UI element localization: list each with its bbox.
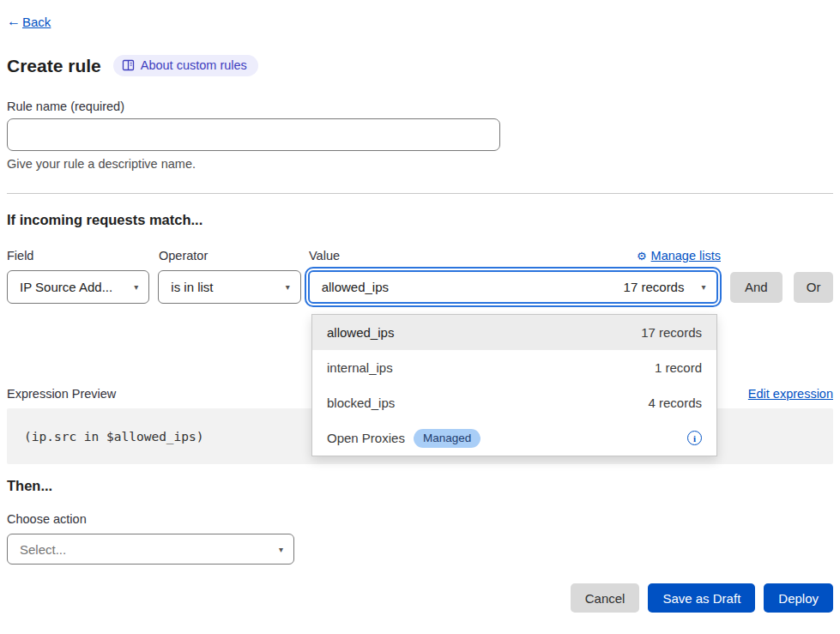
back-arrow-icon: ← (7, 14, 21, 29)
condition-row: IP Source Add... ▾ is in list ▾ allowed_… (7, 270, 833, 304)
then-heading: Then... (7, 478, 833, 494)
page-title: Create rule (7, 56, 101, 76)
edit-expression-label: Edit expression (748, 387, 833, 401)
gear-icon: ⚙ (637, 250, 647, 263)
option-name: blocked_ips (327, 395, 395, 410)
field-select[interactable]: IP Source Add... ▾ (7, 270, 149, 304)
edit-expression-link[interactable]: Edit expression (748, 387, 833, 401)
dropdown-option-blocked-ips[interactable]: blocked_ips 4 records (312, 385, 716, 420)
field-select-value: IP Source Add... (20, 280, 112, 294)
operator-label: Operator (159, 249, 309, 263)
match-heading: If incoming requests match... (7, 212, 833, 228)
dropdown-option-allowed-ips[interactable]: allowed_ips 17 records (312, 315, 716, 350)
back-link[interactable]: ←Back (7, 14, 51, 29)
choose-action-label: Choose action (7, 512, 833, 526)
value-label: Value (309, 249, 340, 263)
manage-lists-label: Manage lists (651, 249, 721, 263)
create-rule-page: ←Back Create rule About custom rules Rul… (0, 0, 840, 634)
back-link-label: Back (22, 15, 51, 29)
chevron-down-icon: ▾ (134, 282, 138, 292)
value-select[interactable]: allowed_ips 17 records ▾ (308, 270, 718, 304)
rule-name-helper: Give your rule a descriptive name. (7, 157, 833, 171)
value-dropdown-panel: allowed_ips 17 records internal_ips 1 re… (311, 314, 717, 456)
about-badge-label: About custom rules (141, 58, 247, 72)
condition-labels-row: Field Operator Value ⚙ Manage lists (7, 249, 833, 263)
action-select[interactable]: Select... ▾ (7, 534, 294, 565)
chevron-down-icon: ▾ (279, 545, 283, 554)
dropdown-option-internal-ips[interactable]: internal_ips 1 record (312, 350, 716, 385)
option-name: allowed_ips (327, 325, 394, 340)
option-records-count: 4 records (648, 395, 702, 410)
book-icon (122, 59, 135, 71)
or-button[interactable]: Or (794, 272, 833, 303)
info-icon[interactable]: i (687, 431, 702, 445)
cancel-button[interactable]: Cancel (571, 583, 640, 613)
chevron-down-icon: ▾ (701, 282, 705, 292)
operator-select[interactable]: is in list ▾ (158, 270, 300, 304)
chevron-down-icon: ▾ (286, 282, 290, 292)
field-label: Field (7, 249, 159, 263)
and-button[interactable]: And (730, 272, 783, 303)
deploy-button[interactable]: Deploy (764, 583, 833, 613)
option-name: internal_ips (327, 360, 393, 375)
option-records-count: 17 records (641, 325, 702, 340)
managed-badge: Managed (414, 429, 480, 448)
option-name: Open Proxies (327, 431, 405, 445)
option-records-count: 1 record (655, 360, 702, 375)
expression-preview-label: Expression Preview (7, 387, 116, 401)
about-custom-rules-badge[interactable]: About custom rules (113, 55, 258, 76)
value-select-selected: allowed_ips (322, 280, 389, 294)
operator-select-value: is in list (171, 280, 213, 294)
expression-code: (ip.src in $allowed_ips) (24, 430, 204, 444)
section-divider (7, 193, 833, 194)
value-select-records-count: 17 records (624, 280, 685, 294)
save-as-draft-button[interactable]: Save as Draft (648, 583, 755, 613)
dropdown-option-open-proxies[interactable]: Open Proxies Managed i (312, 420, 716, 456)
rule-name-input[interactable] (7, 118, 500, 151)
action-select-placeholder: Select... (20, 542, 66, 557)
title-row: Create rule About custom rules (7, 55, 833, 76)
back-row: ←Back (7, 0, 833, 29)
manage-lists-link[interactable]: ⚙ Manage lists (637, 249, 721, 263)
rule-name-label: Rule name (required) (7, 100, 833, 113)
footer-actions: Cancel Save as Draft Deploy (7, 583, 833, 613)
